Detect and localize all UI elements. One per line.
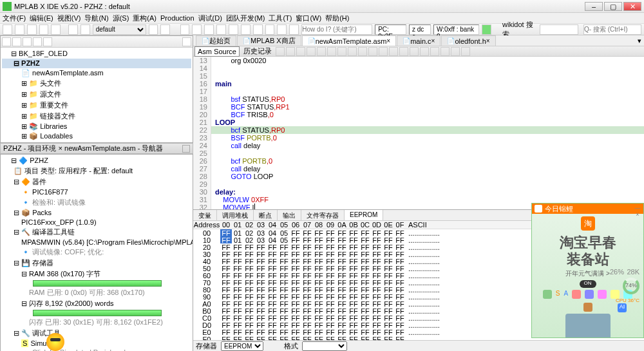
config-combo[interactable]: default	[93, 24, 146, 35]
minimize-button[interactable]: –	[585, 2, 603, 11]
proj-tb-2[interactable]	[12, 37, 21, 46]
step-into-button[interactable]	[241, 24, 251, 35]
new-project-button[interactable]	[15, 24, 24, 35]
editor-source-tab[interactable]: Asm Source	[194, 46, 240, 57]
panel-min-icon[interactable]	[182, 37, 191, 46]
menu-item[interactable]: 重构(A)	[133, 14, 156, 23]
nav-item[interactable]: 📋 项目 类型: 应用程序 - 配置: default	[2, 166, 191, 176]
tray-icon[interactable]	[572, 290, 581, 299]
nav-item[interactable]: ⊟ 🔨 编译器工具链	[2, 227, 191, 238]
nav-item[interactable]: ⊟ 🔧 调试工具	[2, 328, 191, 339]
tab-file-active[interactable]: 📄 newAsmTemplate.asm ×	[302, 35, 397, 46]
set-pc-button[interactable]	[277, 24, 287, 35]
ed-btn[interactable]	[358, 47, 367, 56]
step-over-button[interactable]	[229, 24, 238, 35]
nav-item[interactable]: ⊟ 🔶 器件	[2, 176, 191, 187]
reset-button[interactable]	[216, 24, 226, 35]
proj-tb-4[interactable]	[33, 37, 42, 46]
tabs-dropdown-icon[interactable]: ▾	[635, 37, 644, 45]
clean-build-button[interactable]	[160, 24, 170, 35]
ed-btn[interactable]	[451, 47, 460, 56]
ed-btn[interactable]	[307, 47, 316, 56]
tree-item[interactable]: ⊞ 📁 头文件	[2, 78, 191, 89]
ed-btn[interactable]	[389, 47, 398, 56]
menu-item[interactable]: Production	[160, 14, 194, 22]
save-all-button[interactable]	[51, 24, 61, 35]
tree-item[interactable]: ⊞ 📚 Libraries	[2, 122, 191, 131]
ed-btn[interactable]	[379, 47, 388, 56]
quick-search[interactable]	[583, 24, 641, 35]
mem-tab[interactable]: 变量	[193, 210, 217, 220]
tree-item[interactable]: ⊞ 📁 链接器文件	[2, 111, 191, 122]
howdoi-input[interactable]	[301, 24, 372, 35]
tab-file[interactable]: 📄 main.c ×	[397, 35, 440, 46]
run-to-cursor-button[interactable]	[265, 24, 275, 35]
tree-root[interactable]: ⊟ BK_18F_OLED	[2, 49, 191, 59]
editor-history-tab[interactable]: 历史记录	[241, 46, 274, 57]
tree-item[interactable]: ⊞ 📦 Loadables	[2, 131, 191, 141]
code-editor[interactable]: 13 org 0x0020141516main1718 bsf STATUS,R…	[193, 57, 644, 209]
tab-file[interactable]: 📄 oledfont.h ×	[441, 35, 495, 46]
proj-tb-1[interactable]	[2, 37, 11, 46]
proj-tb-5[interactable]	[43, 37, 52, 46]
wikidot-search[interactable]	[540, 24, 578, 35]
tree-project[interactable]: ⊟ PZHZ	[2, 59, 191, 68]
project-tree[interactable]: ⊟ BK_18F_OLED ⊟ PZHZ 📄 newAsmTemplate.as…	[1, 48, 193, 142]
ed-btn[interactable]	[348, 47, 357, 56]
mem-tab[interactable]: EEPROM	[345, 210, 383, 220]
ai-badge[interactable]: AI	[618, 303, 627, 312]
ed-btn[interactable]	[368, 47, 377, 56]
redo-button[interactable]	[80, 24, 90, 35]
menu-item[interactable]: 导航(N)	[84, 14, 108, 23]
mem-tab[interactable]: 调用堆栈	[217, 210, 254, 220]
tab-start[interactable]: 📄 起始页	[196, 35, 236, 46]
cart-icon[interactable]	[482, 24, 491, 35]
menu-item[interactable]: 调试(D)	[198, 14, 222, 23]
tray-icon[interactable]	[585, 290, 594, 299]
new-file-button[interactable]	[3, 24, 12, 35]
focus-cursor-button[interactable]	[289, 24, 299, 35]
menu-item[interactable]: 工具(T)	[269, 14, 292, 23]
tree-item[interactable]: ⊞ 📁 源文件	[2, 89, 191, 100]
ed-btn[interactable]	[276, 47, 285, 56]
ed-btn[interactable]	[430, 47, 439, 56]
navigator-tree[interactable]: ⊟ 🔷 PZHZ 📋 项目 类型: 应用程序 - 配置: default ⊟ 🔶…	[1, 155, 193, 351]
ed-btn[interactable]	[286, 47, 295, 56]
nav-item[interactable]: ⊟ 💾 存储器	[2, 258, 191, 269]
menu-item[interactable]: 编辑(E)	[30, 14, 53, 23]
open-button[interactable]	[27, 24, 37, 35]
tray-icon[interactable]	[583, 303, 592, 312]
ed-btn[interactable]	[410, 47, 419, 56]
tree-item[interactable]: 📄 newAsmTemplate.asm	[2, 68, 191, 78]
tray-icon[interactable]	[598, 290, 607, 299]
step-out-button[interactable]	[253, 24, 263, 35]
ed-btn[interactable]	[440, 47, 450, 56]
mem-tab[interactable]: 输出	[278, 210, 301, 220]
menu-item[interactable]: 帮助(H)	[325, 14, 349, 23]
undo-button[interactable]	[68, 24, 78, 35]
ed-btn[interactable]	[420, 47, 429, 56]
menu-item[interactable]: 团队开发(M)	[226, 14, 265, 23]
promo-close-button[interactable]: — ×	[633, 205, 642, 213]
mem-type-select[interactable]: EEPROM	[221, 341, 263, 351]
tree-item[interactable]: ⊞ 📁 重要文件	[2, 100, 191, 111]
promo-toggle[interactable]: ON	[580, 280, 596, 288]
ed-btn[interactable]	[337, 47, 346, 56]
nav-close-icon[interactable]	[182, 145, 190, 153]
menu-item[interactable]: 文件(F)	[3, 14, 26, 23]
proj-tb-3[interactable]	[23, 37, 32, 46]
ed-btn[interactable]	[296, 47, 305, 56]
pause-button[interactable]	[204, 24, 214, 35]
mem-tab[interactable]: 文件寄存器	[301, 210, 345, 220]
debug-button[interactable]	[192, 24, 202, 35]
close-button[interactable]: ✕	[623, 2, 641, 11]
menu-item[interactable]: 源(S)	[113, 14, 129, 23]
menu-item[interactable]: 窗口(W)	[296, 14, 321, 23]
run-button[interactable]	[180, 24, 190, 35]
ed-btn[interactable]	[327, 47, 336, 56]
ed-btn[interactable]	[317, 47, 326, 56]
menu-item[interactable]: 视图(V)	[57, 14, 81, 23]
mem-tab[interactable]: 断点	[254, 210, 278, 220]
ed-btn[interactable]	[399, 47, 408, 56]
maximize-button[interactable]: ▢	[604, 2, 622, 11]
